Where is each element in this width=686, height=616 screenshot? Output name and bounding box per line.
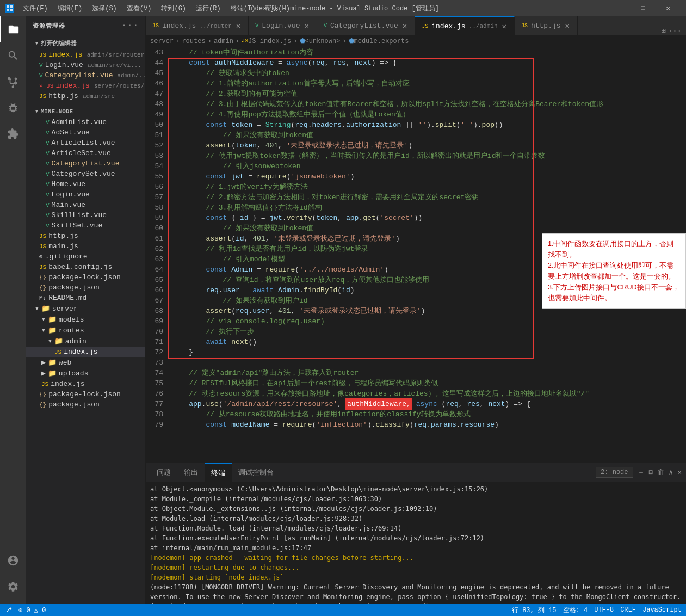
sidebar-item-gitignore[interactable]: ⊛ .gitignore: [26, 251, 145, 262]
tab-close-5[interactable]: ✕: [564, 21, 571, 30]
folder-admin-icon: 📁: [54, 337, 63, 346]
sidebar-item-mainjs[interactable]: JS main.js: [26, 241, 145, 251]
sidebar-item-uploads[interactable]: ▶ 📁 uploads: [26, 368, 145, 379]
panel-tab-debug[interactable]: 调试控制台: [232, 463, 280, 482]
menu-view[interactable]: 查看(V): [122, 3, 156, 14]
sidebar-header: 资源管理器 ···: [26, 16, 145, 35]
line-ending[interactable]: CRLF: [620, 606, 636, 614]
panel-tab-terminal[interactable]: 终端: [205, 463, 232, 482]
indentation[interactable]: 空格: 4: [563, 606, 588, 615]
sidebar-item-routes[interactable]: ▾ 📁 routes: [26, 325, 145, 336]
more-tabs-button[interactable]: ···: [668, 27, 682, 35]
chevron-up-button[interactable]: ∧: [669, 468, 673, 477]
close-panel-button[interactable]: ✕: [677, 468, 682, 477]
sidebar-item-adminlist[interactable]: V AdminList.vue: [26, 117, 145, 127]
activity-debug[interactable]: [0, 95, 26, 121]
sidebar-item-httpjs[interactable]: JS http.js: [26, 231, 145, 241]
breadcrumb-indexjs[interactable]: JS index.js: [248, 38, 291, 45]
sidebar-item-indexjs-server[interactable]: JS index.js: [26, 379, 145, 389]
code-line-51: // 如果没有获取到token值: [172, 130, 686, 140]
breadcrumb-module-exports[interactable]: module.exports: [354, 38, 409, 45]
code-panel-container: 43 44 45 46 47 48 49 50 51 52 53 54 55 5…: [146, 47, 686, 604]
activity-source-control[interactable]: [0, 69, 26, 95]
tab-index-admin[interactable]: JS index.js ../admin ✕: [415, 16, 515, 35]
trash-terminal-button[interactable]: 🗑: [657, 469, 664, 477]
panel-tab-problems[interactable]: 问题: [150, 463, 177, 482]
sidebar-item-package[interactable]: {} package.json: [26, 282, 145, 293]
sidebar-item-main[interactable]: V Main.vue: [26, 200, 145, 210]
sidebar-item-open-login[interactable]: V Login.vue admin/src/vi...: [26, 60, 145, 70]
error-count[interactable]: ⊘ 0 △ 0: [18, 606, 46, 614]
sidebar-item-open-categorylist[interactable]: V CategoryList.vue admin/...: [26, 70, 145, 81]
sidebar-item-readme[interactable]: M↓ README.md: [26, 293, 145, 303]
sidebar-item-packagelock-server[interactable]: {} package-lock.json: [26, 389, 145, 399]
sidebar-item-web[interactable]: ▶ 📁 web: [26, 357, 145, 368]
cursor-position[interactable]: 行 83, 列 15: [512, 606, 557, 615]
tab-index-router[interactable]: JS index.js ../router ✕: [146, 16, 249, 35]
tab-http[interactable]: JS http.js ✕: [515, 16, 578, 35]
sidebar-item-skilllist[interactable]: V SkillList.vue: [26, 210, 145, 220]
activity-bar: [0, 16, 26, 604]
open-editors-toggle[interactable]: ▾ 打开的编辑器: [26, 37, 145, 50]
breadcrumb-routes[interactable]: routes: [182, 38, 205, 45]
close-button[interactable]: ✕: [656, 0, 681, 16]
window-controls[interactable]: ─ □ ✕: [605, 0, 681, 16]
terminal-line-11: (node:11788) [MONGODB DRIVER] Warning: C…: [150, 582, 682, 602]
split-editor-button[interactable]: ⊞: [661, 26, 665, 35]
vue-icon-as: V: [46, 130, 50, 136]
sidebar-item-open-index-router[interactable]: JS index.js admin/src/router: [26, 50, 145, 60]
new-terminal-button[interactable]: ＋: [638, 467, 645, 477]
activity-settings[interactable]: [0, 574, 26, 600]
sidebar-item-categoryset[interactable]: V CategorySet.vue: [26, 169, 145, 179]
project-toggle[interactable]: ▾ MINE-NODE: [26, 106, 145, 117]
sidebar-item-skillset[interactable]: V SkillSet.vue: [26, 220, 145, 231]
sidebar-more-button[interactable]: ···: [121, 21, 139, 30]
activity-extensions[interactable]: [0, 121, 26, 147]
menu-select[interactable]: 选择(S): [88, 3, 121, 14]
tab-close-3[interactable]: ✕: [401, 21, 408, 30]
tab-close-2[interactable]: ✕: [304, 21, 310, 30]
sidebar-item-login[interactable]: V Login.vue: [26, 189, 145, 200]
terminal-content[interactable]: at Object.<anonymous> (C:\Users\Administ…: [146, 482, 686, 604]
sidebar-item-adset[interactable]: V AdSet.vue: [26, 127, 145, 138]
menu-edit[interactable]: 编辑(E): [53, 3, 87, 14]
node-selector[interactable]: 2: node: [596, 467, 633, 478]
language-mode[interactable]: JavaScript: [642, 606, 682, 614]
tab-categorylist[interactable]: V CategoryList.vue ✕: [317, 16, 415, 35]
breadcrumb-admin[interactable]: admin: [214, 38, 233, 45]
sidebar-item-package-server[interactable]: {} package.json: [26, 399, 145, 410]
chevron-down-icon-3: ▾: [35, 304, 39, 313]
ln-52: 52: [146, 140, 168, 151]
breadcrumb-unknown[interactable]: <unknown>: [305, 38, 341, 45]
tab-close-4[interactable]: ✕: [501, 22, 508, 31]
sidebar-item-server[interactable]: ▾ 📁 server: [26, 303, 145, 314]
code-content-wrapper[interactable]: 1.中间件函数要在调用接口的上方，否则找不到。2.此中间件在接口查询处使用即可，…: [168, 47, 686, 463]
sidebar-item-index-admin-active[interactable]: JS index.js: [26, 347, 145, 357]
split-terminal-button[interactable]: ⊟: [649, 468, 653, 477]
sidebar-item-packagelock[interactable]: {} package-lock.json: [26, 272, 145, 282]
menu-run[interactable]: 运行(R): [191, 3, 225, 14]
sidebar-item-models[interactable]: ▾ 📁 models: [26, 314, 145, 325]
tab-login[interactable]: V Login.vue ✕: [249, 16, 317, 35]
maximize-button[interactable]: □: [631, 0, 656, 16]
sidebar-item-open-http[interactable]: JS http.js admin/src: [26, 91, 145, 101]
sidebar-item-home[interactable]: V Home.vue: [26, 179, 145, 189]
sidebar-item-articleset[interactable]: V ArticleSet.vue: [26, 148, 145, 158]
sidebar-item-categorylist[interactable]: V CategoryList.vue: [26, 158, 145, 169]
menu-goto[interactable]: 转到(G): [157, 3, 190, 14]
activity-search[interactable]: [0, 42, 26, 69]
breadcrumb-server[interactable]: server: [150, 38, 174, 45]
sidebar-item-babel[interactable]: JS babel.config.js: [26, 262, 145, 272]
file-encoding[interactable]: UTF-8: [594, 606, 614, 614]
menu-file[interactable]: 文件(F): [18, 3, 52, 14]
tab-close-1[interactable]: ✕: [235, 21, 242, 30]
minimize-button[interactable]: ─: [605, 0, 631, 16]
ln-78: 78: [146, 409, 168, 420]
sidebar-item-admin-folder[interactable]: ▾ 📁 admin: [26, 336, 145, 347]
code-editor[interactable]: 43 44 45 46 47 48 49 50 51 52 53 54 55 5…: [146, 47, 686, 463]
sidebar-item-open-index-admin[interactable]: ✕ JS index.js server/routes/a...: [26, 81, 145, 91]
panel-tab-output[interactable]: 输出: [177, 463, 205, 482]
sidebar-item-articlelist[interactable]: V ArticleList.vue: [26, 138, 145, 148]
activity-account[interactable]: [0, 547, 26, 574]
activity-explorer[interactable]: [0, 16, 26, 42]
